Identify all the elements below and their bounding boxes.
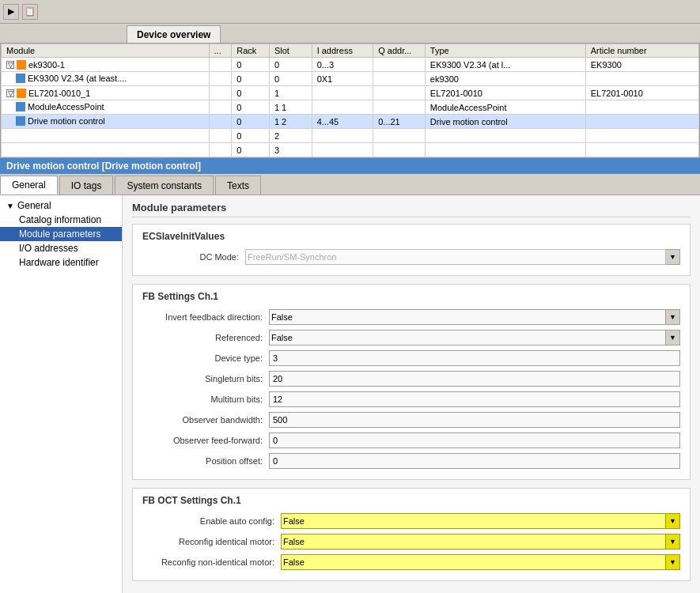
dc-mode-select[interactable]: FreeRun/SM-Synchron [245, 249, 666, 265]
cell-qaddr [373, 129, 426, 143]
cell-rack: 0 [232, 143, 270, 157]
cell-rack: 0 [232, 115, 270, 129]
param-label: Device type: [142, 353, 269, 363]
fb-oct-param-label: Enable auto config: [142, 516, 281, 526]
fb-settings-section: FB Settings Ch.1 Invert feedback directi… [132, 284, 691, 480]
config-tab-io-tags[interactable]: IO tags [59, 176, 114, 195]
fb-oct-select[interactable]: FalseTrue [281, 513, 666, 529]
param-input[interactable] [269, 350, 680, 366]
param-row-0: Invert feedback direction: FalseTrue ▼ [142, 308, 680, 326]
fb-oct-select-wrapper: FalseTrue ▼ [281, 513, 680, 529]
panel-title: Module parameters [132, 202, 691, 217]
fb-oct-settings-section: FB OCT Settings Ch.1 Enable auto config:… [132, 488, 691, 581]
cell-slot: 1 2 [269, 115, 312, 129]
ecs-slave-title: ECSlavelnitValues [142, 231, 680, 242]
cell-article: EK9300 [585, 58, 698, 72]
table-row[interactable]: 0 3 [2, 143, 699, 157]
param-label: Observer feed-forward: [142, 436, 269, 445]
cell-qaddr [373, 86, 426, 100]
dmc-title-text: Drive motion control [Drive motion contr… [6, 161, 201, 172]
cell-dots [209, 72, 232, 86]
param-input[interactable] [269, 371, 680, 387]
fb-oct-select-arrow[interactable]: ▼ [666, 554, 680, 570]
dc-mode-row: DC Mode: FreeRun/SM-Synchron ▼ [142, 248, 680, 266]
cell-dots [209, 115, 232, 129]
cell-iaddr: 4...45 [312, 115, 373, 129]
fb-oct-select-wrapper: FalseTrue ▼ [281, 554, 680, 570]
param-input[interactable] [269, 453, 680, 469]
fb-oct-select[interactable]: FalseTrue [281, 534, 666, 550]
param-select[interactable]: FalseTrue [269, 309, 666, 325]
config-tab-system-constants[interactable]: System constants [115, 176, 214, 195]
config-tab-general[interactable]: General [0, 176, 58, 195]
fb-settings-title: FB Settings Ch.1 [142, 291, 680, 302]
cell-dots [209, 100, 232, 115]
param-label: Invert feedback direction: [142, 312, 269, 322]
nav-item-catalog-information[interactable]: Catalog information [0, 213, 122, 227]
cell-slot: 3 [269, 143, 312, 157]
fb-oct-select[interactable]: FalseTrue [281, 554, 666, 570]
param-select-arrow[interactable]: ▼ [666, 330, 680, 346]
cell-module: ModuleAccessPoint [2, 100, 210, 115]
toolbar-icon-2[interactable]: 📋 [22, 4, 38, 20]
cell-module [2, 143, 210, 157]
device-overview-tab[interactable]: Device overview [127, 25, 221, 43]
param-select-arrow[interactable]: ▼ [666, 309, 680, 325]
param-label: Multiturn bits: [142, 395, 269, 404]
cell-module: ▽ EL7201-0010_1 [2, 86, 210, 100]
col-slot: Slot [269, 44, 312, 58]
param-input[interactable] [269, 432, 680, 448]
left-nav: ▼GeneralCatalog informationModule parame… [0, 195, 123, 593]
table-row[interactable]: ▽ ek9300-1 0 0 0...3 EK9300 V2.34 (at l.… [2, 58, 699, 72]
param-row-4: Multiturn bits: [142, 391, 680, 408]
nav-item-i/o-addresses[interactable]: I/O addresses [0, 241, 122, 255]
cell-module [2, 129, 210, 143]
cell-type: ek9300 [425, 72, 585, 86]
cell-qaddr: 0...21 [373, 115, 426, 129]
toolbar-icon-1[interactable]: ▶ [3, 4, 19, 20]
col-qaddr: Q addr... [373, 44, 426, 58]
cell-iaddr [312, 100, 373, 115]
cell-article [585, 129, 698, 143]
param-select[interactable]: FalseTrue [269, 330, 666, 346]
table-row[interactable]: ▽ EL7201-0010_1 0 1 EL7201-0010 EL7201-0… [2, 86, 699, 100]
table-row[interactable]: EK9300 V2.34 (at least.... 0 0 0X1 ek930… [2, 72, 699, 86]
nav-item-hardware-identifier[interactable]: Hardware identifier [0, 255, 122, 270]
cell-slot: 0 [269, 58, 312, 72]
params-panel: Module parameters ECSlavelnitValues DC M… [123, 195, 700, 593]
cell-qaddr [373, 143, 426, 157]
device-table: Module ... Rack Slot I address Q addr...… [1, 43, 699, 157]
config-content: ▼GeneralCatalog informationModule parame… [0, 195, 700, 593]
cell-dots [209, 129, 232, 143]
cell-type [425, 129, 585, 143]
fb-oct-select-arrow[interactable]: ▼ [666, 513, 680, 529]
col-iaddr: I address [312, 44, 373, 58]
cell-dots [209, 143, 232, 157]
config-tab-texts[interactable]: Texts [215, 176, 261, 195]
dc-mode-arrow[interactable]: ▼ [666, 249, 680, 265]
table-row[interactable]: ModuleAccessPoint 0 1 1 ModuleAccessPoin… [2, 100, 699, 115]
cell-type: EK9300 V2.34 (at l... [425, 58, 585, 72]
fb-oct-param-row-2: Reconfig non-identical motor: FalseTrue … [142, 553, 680, 571]
nav-group-general[interactable]: ▼General [0, 198, 122, 213]
param-input[interactable] [269, 412, 680, 428]
cell-article [585, 115, 698, 129]
bottom-section: Drive motion control [Drive motion contr… [0, 158, 700, 593]
param-row-1: Referenced: FalseTrue ▼ [142, 329, 680, 346]
dc-mode-wrapper: FreeRun/SM-Synchron ▼ [245, 249, 680, 265]
device-overview-panel: Module ... Rack Slot I address Q addr...… [0, 43, 700, 158]
fb-oct-param-row-1: Reconfig identical motor: FalseTrue ▼ [142, 533, 680, 550]
cell-rack: 0 [232, 72, 270, 86]
cell-iaddr: 0X1 [312, 72, 373, 86]
cell-iaddr [312, 86, 373, 100]
cell-slot: 0 [269, 72, 312, 86]
param-input[interactable] [269, 391, 680, 407]
cell-type: ModuleAccessPoint [425, 100, 585, 115]
cell-article [585, 100, 698, 115]
cell-article [585, 143, 698, 157]
table-row[interactable]: 0 2 [2, 129, 699, 143]
table-row[interactable]: Drive motion control 0 1 2 4...45 0...21… [2, 115, 699, 129]
cell-slot: 1 1 [269, 100, 312, 115]
fb-oct-select-arrow[interactable]: ▼ [666, 534, 680, 550]
nav-item-module-parameters[interactable]: Module parameters [0, 227, 122, 241]
